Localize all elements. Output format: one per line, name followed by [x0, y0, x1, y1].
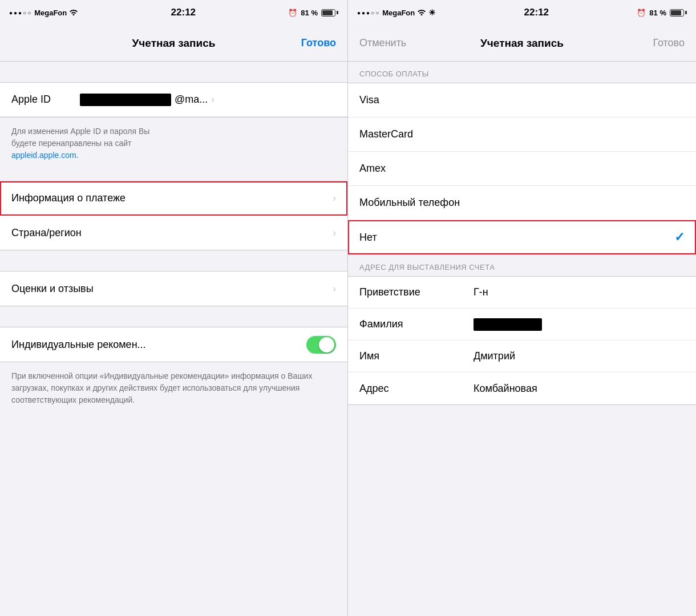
mastercard-cell[interactable]: MasterCard [348, 117, 696, 152]
region-chevron: › [333, 227, 336, 239]
recommendations-cell[interactable]: Индивидуальные рекомен... [0, 327, 347, 362]
greeting-value: Г-н [474, 286, 488, 298]
mobile-label: Мобильный телефон [359, 197, 685, 209]
status-bar-left: ●●●○○ MegaFon 22:12 ⏰ 81 % [0, 0, 347, 25]
right-panel: ●●●○○ MegaFon ☀ 22:12 ⏰ 81 % Отменить Уч… [348, 0, 696, 616]
battery-pct-left: 81 % [301, 9, 318, 17]
payment-info-cell[interactable]: Информация о платеже › [0, 181, 347, 216]
apple-id-group: Apple ID @ma... › [0, 82, 347, 117]
payment-info-chevron: › [333, 192, 336, 204]
nav-done-button-left[interactable]: Готово [301, 37, 336, 49]
amex-cell[interactable]: Amex [348, 152, 696, 186]
nav-bar-right: Отменить Учетная запись Готово [348, 25, 696, 62]
apple-id-suffix: @ma... [175, 94, 208, 106]
wifi-icon-right [417, 9, 426, 17]
none-checkmark: ✓ [674, 230, 685, 245]
surname-cell[interactable]: Фамилия [348, 309, 696, 341]
visa-label: Visa [359, 94, 685, 106]
amex-label: Amex [359, 163, 685, 175]
firstname-label: Имя [359, 350, 474, 362]
footer-note-text: При включенной опции «Индивидуальные рек… [11, 371, 312, 404]
battery-pct-right: 81 % [649, 9, 666, 17]
gap2 [0, 169, 347, 181]
mastercard-label: MasterCard [359, 128, 685, 140]
ratings-group: Оценки и отзывы › [0, 271, 347, 306]
ratings-cell[interactable]: Оценки и отзывы › [0, 271, 347, 306]
battery-icon-right [670, 9, 687, 17]
ratings-label: Оценки и отзывы [11, 283, 333, 295]
recommendations-group: Индивидуальные рекомен... [0, 327, 347, 362]
gap1 [0, 62, 347, 82]
ratings-chevron: › [333, 283, 336, 295]
status-bar-right: ●●●○○ MegaFon ☀ 22:12 ⏰ 81 % [348, 0, 696, 25]
apple-id-redacted [80, 94, 171, 106]
nav-cancel-button[interactable]: Отменить [359, 37, 406, 49]
brightness-icon: ☀ [428, 8, 436, 17]
alarm-icon-right: ⏰ [637, 9, 646, 17]
footer-note: При включенной опции «Индивидуальные рек… [0, 362, 347, 412]
address-value: Комбайновая [474, 383, 537, 395]
apple-id-link[interactable]: appleid.apple.com. [11, 151, 79, 160]
info-text-1: Для изменения Apple ID и пароля Вы [11, 127, 149, 136]
gap4 [0, 306, 347, 327]
nav-title-right: Учетная запись [480, 37, 564, 50]
region-label: Страна/регион [11, 227, 333, 239]
carrier-left: MegaFon [34, 9, 67, 17]
carrier-right: MegaFon [382, 9, 415, 17]
apple-id-value: @ma... › [80, 94, 336, 106]
firstname-value: Дмитрий [474, 350, 515, 362]
apple-id-cell[interactable]: Apple ID @ma... › [0, 83, 347, 117]
apple-id-label: Apple ID [11, 94, 80, 106]
status-right: ⏰ 81 % [288, 9, 338, 17]
firstname-cell[interactable]: Имя Дмитрий [348, 341, 696, 372]
recommendations-toggle[interactable] [306, 336, 336, 354]
greeting-cell[interactable]: Приветствие Г-н [348, 277, 696, 309]
payment-section-header: СПОСОБ ОПЛАТЫ [348, 62, 696, 83]
wifi-icon-left [69, 9, 78, 17]
signal-dots-right: ●●●○○ [357, 10, 380, 16]
payment-options-group: Visa MasterCard Amex Мобильный телефон Н… [348, 83, 696, 255]
status-left: ●●●○○ MegaFon [9, 9, 78, 17]
nav-title-left: Учетная запись [132, 37, 215, 50]
info-text-block: Для изменения Apple ID и пароля Вы будет… [0, 117, 347, 169]
apple-id-chevron: › [211, 94, 215, 106]
nav-bar-left: Учетная запись Готово [0, 25, 347, 62]
alarm-icon-left: ⏰ [288, 9, 297, 17]
time-right: 22:12 [524, 7, 549, 18]
recommendations-label: Индивидуальные рекомен... [11, 339, 306, 351]
address-label: Адрес [359, 383, 474, 395]
info-text-2: будете перенаправлены на сайт [11, 139, 131, 148]
address-cell[interactable]: Адрес Комбайновая [348, 372, 696, 404]
status-left-right: ●●●○○ MegaFon ☀ [357, 8, 436, 17]
gap3 [0, 250, 347, 271]
battery-icon-left [321, 9, 338, 17]
billing-section-header: АДРЕС ДЛЯ ВЫСТАВЛЕНИЯ СЧЕТА [348, 255, 696, 276]
surname-redacted [474, 318, 542, 331]
payment-info-label: Информация о платеже [11, 192, 333, 204]
greeting-label: Приветствие [359, 286, 474, 298]
settings-group: Информация о платеже › Страна/регион › [0, 181, 347, 250]
toggle-knob [319, 337, 334, 352]
region-cell[interactable]: Страна/регион › [0, 216, 347, 250]
surname-label: Фамилия [359, 318, 474, 330]
left-panel: ●●●○○ MegaFon 22:12 ⏰ 81 % Учетная запис… [0, 0, 348, 616]
signal-dots: ●●●○○ [9, 10, 32, 16]
none-label: Нет [359, 232, 674, 244]
billing-fields-group: Приветствие Г-н Фамилия Имя Дмитрий Адре… [348, 276, 696, 405]
time-left: 22:12 [171, 7, 196, 18]
none-cell[interactable]: Нет ✓ [348, 220, 696, 254]
status-right-right: ⏰ 81 % [637, 9, 687, 17]
visa-cell[interactable]: Visa [348, 83, 696, 117]
mobile-cell[interactable]: Мобильный телефон [348, 186, 696, 220]
nav-done-button-right[interactable]: Готово [653, 37, 685, 49]
